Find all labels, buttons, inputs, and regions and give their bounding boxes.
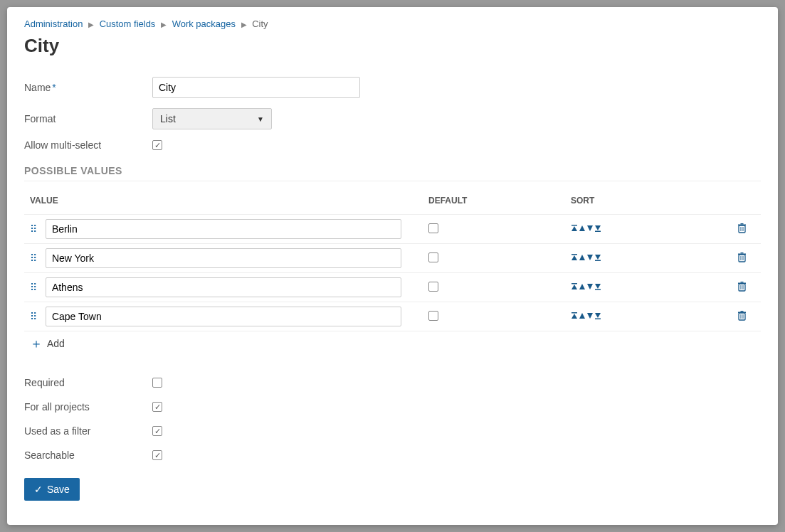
format-select[interactable]: List ▼ [152,108,272,129]
name-input[interactable] [152,77,360,98]
move-down-icon[interactable] [586,283,594,292]
value-input[interactable] [46,307,401,326]
svg-marker-24 [579,284,585,289]
svg-rect-32 [741,282,744,283]
move-bottom-icon[interactable] [594,312,601,321]
drag-handle-icon[interactable] [30,285,38,289]
svg-rect-40 [741,314,742,319]
drag-handle-icon[interactable] [30,227,38,231]
add-value-button[interactable]: ＋ Add [24,331,761,356]
move-down-icon[interactable] [586,225,594,233]
move-bottom-icon[interactable] [594,254,601,262]
svg-rect-21 [741,252,744,254]
svg-marker-13 [579,255,585,260]
page-title: City [24,35,761,57]
multi-select-label: Allow multi-select [24,139,152,151]
svg-marker-14 [587,255,593,260]
move-top-icon[interactable] [571,312,578,321]
svg-rect-19 [743,256,744,260]
move-up-icon[interactable] [579,283,586,292]
delete-icon[interactable] [737,253,747,265]
required-checkbox[interactable] [152,378,162,388]
default-checkbox[interactable] [428,223,438,233]
svg-marker-37 [595,313,601,318]
table-row [24,244,761,273]
searchable-label: Searchable [24,449,152,461]
breadcrumb-link-admin[interactable]: Administration [24,18,83,29]
breadcrumb-link-work-packages[interactable]: Work packages [172,18,236,29]
move-down-icon[interactable] [586,312,594,321]
save-button-label: Save [47,484,70,495]
move-top-icon[interactable] [571,283,578,292]
move-bottom-icon[interactable] [594,283,601,292]
svg-rect-27 [595,289,601,291]
svg-marker-26 [595,284,601,289]
svg-rect-8 [743,227,744,231]
svg-rect-0 [571,225,577,226]
chevron-down-icon: ▼ [257,115,264,123]
sort-controls [571,283,687,292]
svg-rect-29 [741,285,742,289]
chevron-right-icon: ▶ [161,21,167,28]
default-checkbox[interactable] [428,282,438,292]
value-input[interactable] [46,277,401,297]
value-input[interactable] [46,248,401,268]
move-top-icon[interactable] [571,225,578,233]
svg-marker-1 [571,226,577,231]
required-label: Required [24,377,152,388]
svg-rect-17 [739,255,745,262]
svg-marker-34 [571,314,577,319]
svg-rect-33 [571,312,577,314]
svg-rect-31 [738,282,746,284]
possible-values-heading: POSSIBLE VALUES [24,165,761,181]
move-up-icon[interactable] [579,312,586,321]
col-default: DEFAULT [423,186,565,215]
svg-rect-11 [571,254,577,255]
name-label: Name* [24,82,152,93]
svg-marker-4 [595,225,601,230]
drag-handle-icon[interactable] [30,256,38,260]
svg-rect-20 [738,253,746,255]
svg-rect-22 [571,283,577,284]
col-value: VALUE [24,186,423,215]
sort-controls [571,312,687,321]
delete-icon[interactable] [737,282,747,294]
svg-marker-12 [571,255,577,260]
move-up-icon[interactable] [579,225,586,233]
plus-icon: ＋ [30,337,43,350]
default-checkbox[interactable] [428,252,438,262]
svg-rect-7 [741,227,742,231]
delete-icon[interactable] [737,224,747,235]
default-checkbox[interactable] [428,311,438,321]
value-input[interactable] [46,219,401,239]
svg-rect-43 [741,311,744,312]
move-bottom-icon[interactable] [594,225,601,233]
move-down-icon[interactable] [586,254,594,262]
svg-rect-42 [738,312,746,313]
save-button[interactable]: ✓ Save [24,478,80,501]
svg-rect-28 [739,284,745,291]
multi-select-checkbox[interactable] [152,140,162,150]
sort-controls [571,254,687,262]
svg-rect-9 [738,224,746,225]
svg-marker-2 [579,225,585,231]
drag-handle-icon[interactable] [30,314,38,319]
check-icon: ✓ [34,484,43,495]
svg-rect-41 [743,314,744,319]
filter-label: Used as a filter [24,425,152,437]
chevron-right-icon: ▶ [241,21,247,28]
format-select-value: List [160,113,176,124]
svg-rect-18 [741,256,742,260]
delete-icon[interactable] [737,312,747,323]
svg-rect-5 [595,231,601,233]
breadcrumb-link-custom-fields[interactable]: Custom fields [100,18,156,29]
svg-marker-35 [579,313,585,319]
breadcrumb-current: City [252,18,268,29]
searchable-checkbox[interactable] [152,450,162,460]
svg-rect-39 [739,313,745,320]
move-top-icon[interactable] [571,254,578,262]
filter-checkbox[interactable] [152,426,162,436]
all-projects-checkbox[interactable] [152,402,162,412]
svg-rect-38 [595,319,601,320]
move-up-icon[interactable] [579,254,586,262]
